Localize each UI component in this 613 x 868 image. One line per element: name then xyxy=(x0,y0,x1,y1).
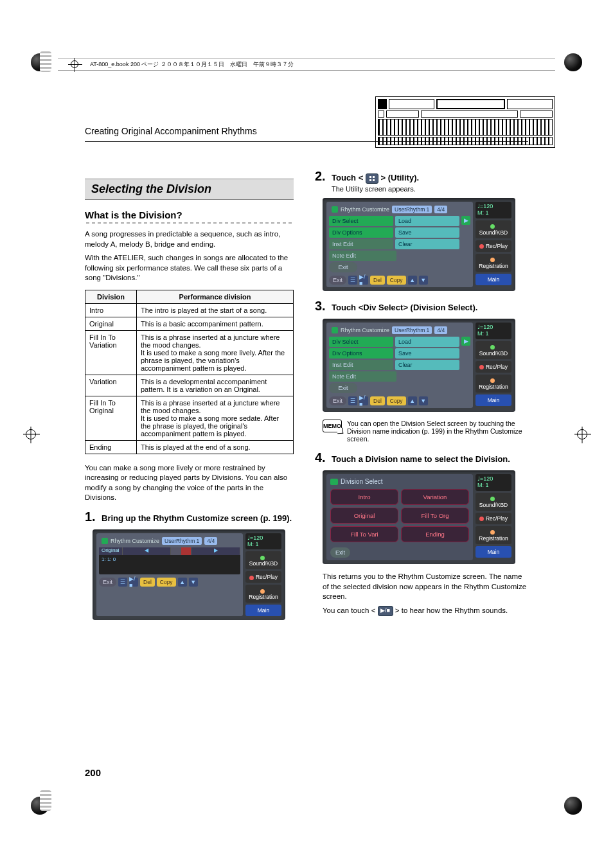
menu-div-select[interactable]: Div Select xyxy=(329,337,393,347)
up-icon[interactable]: ▲ xyxy=(178,578,187,587)
expand-icon[interactable]: ▶ xyxy=(461,337,470,346)
del-button[interactable]: Del xyxy=(370,276,385,285)
menu-save[interactable]: Save xyxy=(395,227,459,238)
play-icon[interactable]: ▶/■ xyxy=(129,578,138,587)
sound-kbd-button[interactable]: Sound/KBD xyxy=(245,551,281,569)
copy-button[interactable]: Copy xyxy=(387,276,406,285)
main-button[interactable]: Main xyxy=(475,546,511,558)
after-table-paragraph: You can make a song more lively or more … xyxy=(85,463,297,503)
screenshot-rhythm-customize: Rhythm Customize UserRhythm 1 4/4 Origin… xyxy=(93,529,285,621)
registration-button[interactable]: Registration xyxy=(475,254,511,272)
step-text: Touch < > (Utility). xyxy=(332,173,419,182)
division-intro[interactable]: Intro xyxy=(330,489,398,505)
step-number: 4. xyxy=(315,450,326,465)
table-row: Fill In To VariationThis is a phrase ins… xyxy=(85,330,294,375)
th-performance: Performance division xyxy=(137,290,294,303)
table-row: OriginalThis is a basic accompaniment pa… xyxy=(85,317,294,330)
ds-exit[interactable]: Exit xyxy=(330,547,350,558)
track-prev-icon[interactable]: ◀ xyxy=(123,547,172,555)
division-original[interactable]: Original xyxy=(330,508,398,524)
menu-icon[interactable]: ☰ xyxy=(118,578,127,587)
spiral-binding-top xyxy=(40,51,51,72)
menu-save[interactable]: Save xyxy=(395,348,459,359)
table-row: Fill In To OriginalThis is a phrase inse… xyxy=(85,396,294,440)
menu-div-select[interactable]: Div Select xyxy=(329,216,393,226)
division-ending[interactable]: Ending xyxy=(401,526,469,542)
registration-button[interactable]: Registration xyxy=(245,585,281,603)
menu-icon[interactable]: ☰ xyxy=(348,276,357,285)
step-text: Touch <Div Select> (Division Select). xyxy=(332,303,477,312)
del-button[interactable]: Del xyxy=(370,396,385,405)
expand-icon[interactable]: ▶ xyxy=(461,216,470,225)
menu-load[interactable]: Load xyxy=(395,337,459,347)
step-1: 1. Bring up the Rhythm Customize screen … xyxy=(85,509,297,524)
play-icon[interactable]: ▶/■ xyxy=(359,396,368,405)
menu-exit[interactable]: Exit xyxy=(329,383,357,393)
menu-div-options[interactable]: Div Options xyxy=(329,227,393,238)
tempo-display: ♩=120M: 1 xyxy=(475,323,511,339)
menu-exit[interactable]: Exit xyxy=(329,262,357,272)
menu-clear[interactable]: Clear xyxy=(395,239,459,249)
page-rule xyxy=(85,141,528,142)
exit-button[interactable]: Exit xyxy=(329,396,346,405)
up-icon[interactable]: ▲ xyxy=(408,276,417,285)
play-stop-icon: ▶/■ xyxy=(378,606,393,616)
registration-button[interactable]: Registration xyxy=(475,526,511,544)
spiral-binding-bottom xyxy=(40,790,51,811)
menu-load[interactable]: Load xyxy=(395,216,459,226)
memo-text: You can open the Division Select screen … xyxy=(347,420,527,443)
del-button[interactable]: Del xyxy=(140,578,155,587)
svg-rect-3 xyxy=(373,179,375,181)
up-icon[interactable]: ▲ xyxy=(408,396,417,405)
main-button[interactable]: Main xyxy=(245,605,281,616)
menu-icon[interactable]: ☰ xyxy=(348,396,357,405)
step-number: 3. xyxy=(315,299,326,313)
menu-note-edit[interactable]: Note Edit xyxy=(329,251,396,261)
division-fill-to-org[interactable]: Fill To Org xyxy=(401,508,469,524)
down-icon[interactable]: ▼ xyxy=(189,578,198,587)
window-icon xyxy=(332,206,338,213)
menu-inst-edit[interactable]: Inst Edit xyxy=(329,239,393,249)
track-stop-icon[interactable] xyxy=(171,547,181,555)
table-row: VariationThis is a developmental accompa… xyxy=(85,375,294,396)
crop-corner-br xyxy=(551,783,596,828)
rec-play-button[interactable]: Rec/Play xyxy=(475,240,511,252)
step-4: 4. Touch a Division name to select the D… xyxy=(315,450,527,465)
menu-clear[interactable]: Clear xyxy=(395,360,459,370)
division-variation[interactable]: Variation xyxy=(401,489,469,505)
registration-button[interactable]: Registration xyxy=(475,375,511,393)
menu-div-options[interactable]: Div Options xyxy=(329,348,393,359)
scr-title: Rhythm Customize xyxy=(111,538,159,544)
sound-kbd-button[interactable]: Sound/KBD xyxy=(475,341,511,359)
window-icon xyxy=(102,538,108,544)
track-position: 1: 1: 0 xyxy=(102,556,116,562)
sub-heading: What is the Division? xyxy=(85,209,297,220)
menu-note-edit[interactable]: Note Edit xyxy=(329,371,396,382)
rec-play-button[interactable]: Rec/Play xyxy=(245,571,281,583)
after-step4-paragraph-2: You can touch < ▶/■ > to hear how the Rh… xyxy=(323,606,527,616)
track-tab[interactable]: Original xyxy=(99,547,123,555)
scr-box-rhythm: UserRhythm 1 xyxy=(162,537,202,545)
copy-button[interactable]: Copy xyxy=(157,578,176,587)
exit-button[interactable]: Exit xyxy=(329,276,346,285)
menu-inst-edit[interactable]: Inst Edit xyxy=(329,360,393,370)
copy-button[interactable]: Copy xyxy=(387,396,406,405)
utility-icon xyxy=(366,173,378,184)
play-icon[interactable]: ▶/■ xyxy=(359,276,368,285)
intro-paragraph-1: A song progresses in predictable a seque… xyxy=(85,229,297,249)
registration-mark-right xyxy=(577,429,587,439)
track-rec-icon[interactable] xyxy=(181,547,191,555)
sound-kbd-button[interactable]: Sound/KBD xyxy=(475,220,511,238)
main-button[interactable]: Main xyxy=(475,274,511,285)
track-next-icon[interactable]: ▶ xyxy=(191,547,240,555)
screenshot-utility-menu-1: Rhythm Customize UserRhythm 1 4/4 Div Se… xyxy=(323,198,515,291)
down-icon[interactable]: ▼ xyxy=(419,276,428,285)
memo-icon: MEMO xyxy=(323,420,342,432)
rec-play-button[interactable]: Rec/Play xyxy=(475,513,511,524)
sound-kbd-button[interactable]: Sound/KBD xyxy=(475,493,511,511)
division-fill-to-vari[interactable]: Fill To Vari xyxy=(330,526,398,542)
down-icon[interactable]: ▼ xyxy=(419,396,428,405)
rec-play-button[interactable]: Rec/Play xyxy=(475,361,511,373)
main-button[interactable]: Main xyxy=(475,394,511,406)
exit-button[interactable]: Exit xyxy=(99,578,116,587)
